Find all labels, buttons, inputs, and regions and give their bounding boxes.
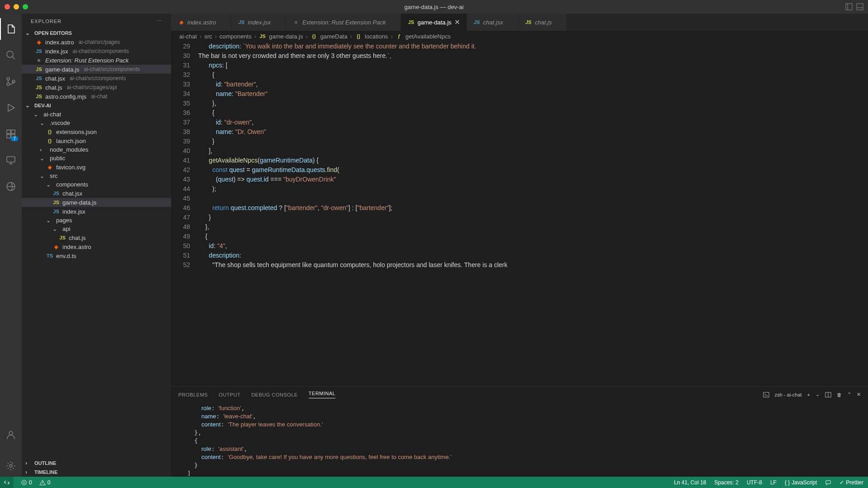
- svg-file-icon: ◈: [46, 163, 53, 171]
- zoom-window-button[interactable]: [23, 4, 28, 10]
- section-label: DEV-AI: [34, 103, 51, 108]
- prettier-status[interactable]: ✓ Prettier: [839, 479, 863, 486]
- breadcrumb-icon: JS: [259, 33, 266, 40]
- split-terminal-icon[interactable]: [825, 392, 831, 398]
- folder-name: node_modules: [50, 146, 88, 153]
- remote-explorer-icon[interactable]: [0, 149, 22, 171]
- indentation[interactable]: Spaces: 2: [715, 479, 739, 486]
- breadcrumb-segment[interactable]: src: [204, 33, 212, 40]
- file-name: game-data.js: [62, 199, 96, 206]
- close-tab-icon[interactable]: ✕: [454, 18, 460, 26]
- breadcrumb[interactable]: ai-chat›src›components›JSgame-data.js›{}…: [171, 31, 868, 42]
- breadcrumb-separator: ›: [215, 33, 217, 40]
- open-editor-item[interactable]: JSindex.jsxai-chat/src/components: [22, 47, 171, 56]
- section-label: OPEN EDITORS: [34, 30, 72, 36]
- file-item[interactable]: JSindex.jsx: [22, 207, 171, 216]
- svg-rect-12: [7, 134, 10, 138]
- file-item[interactable]: JSchat.jsx: [22, 189, 171, 198]
- folder-item[interactable]: ⌄ai-chat: [22, 110, 171, 119]
- warnings-count[interactable]: 0: [39, 479, 51, 486]
- editor-tab[interactable]: JSindex.jsx✕: [232, 14, 286, 31]
- minimize-window-button[interactable]: [14, 4, 19, 10]
- maximize-panel-icon[interactable]: ⌃: [847, 392, 851, 397]
- file-item[interactable]: {}launch.json: [22, 136, 171, 145]
- code-content[interactable]: description: `You walk into the bar and …: [198, 42, 868, 386]
- language-mode[interactable]: { } JavaScript: [785, 479, 817, 486]
- file-name: favicon.svg: [56, 164, 86, 171]
- editor-tab[interactable]: ≡Extension: Rust Extension Pack✕: [286, 14, 401, 31]
- terminal-shell-label[interactable]: zsh - ai-chat: [775, 392, 802, 397]
- file-item[interactable]: {}extensions.json: [22, 127, 171, 136]
- close-panel-icon[interactable]: ✕: [857, 392, 861, 397]
- edge-icon[interactable]: [0, 176, 22, 197]
- editor-tab[interactable]: ◈index.astro✕: [171, 14, 232, 31]
- panel-layout-icon[interactable]: [845, 3, 853, 10]
- terminal-dropdown-icon[interactable]: ⌄: [816, 392, 820, 397]
- breadcrumb-segment[interactable]: gameData: [320, 33, 348, 40]
- file-name: index.astro: [62, 244, 91, 250]
- editor-tab[interactable]: JSgame-data.js✕: [401, 14, 467, 31]
- breadcrumb-segment[interactable]: getAvailableNpcs: [405, 33, 451, 40]
- folder-item[interactable]: ⌄pages: [22, 216, 171, 225]
- folder-item[interactable]: ⌄components: [22, 180, 171, 189]
- panel-tab-problems[interactable]: PROBLEMS: [178, 392, 208, 397]
- file-item[interactable]: ◈favicon.svg: [22, 163, 171, 172]
- search-icon[interactable]: [0, 44, 22, 66]
- panel-tab-terminal[interactable]: TERMINAL: [309, 391, 336, 398]
- chevron-down-icon: ⌄: [52, 226, 60, 232]
- explorer-icon[interactable]: [0, 18, 22, 40]
- eol[interactable]: LF: [770, 479, 777, 486]
- breadcrumb-segment[interactable]: game-data.js: [269, 33, 303, 40]
- open-editor-item[interactable]: JSchat.jsxai-chat/src/components: [22, 74, 171, 83]
- open-editor-item[interactable]: JSchat.jsai-chat/src/pages/api: [22, 83, 171, 92]
- folder-item[interactable]: ⌄src: [22, 172, 171, 180]
- file-name: index.jsx: [62, 208, 86, 215]
- breadcrumb-segment[interactable]: locations: [365, 33, 388, 40]
- source-control-icon[interactable]: [0, 71, 22, 92]
- more-icon[interactable]: ⋯: [157, 18, 162, 24]
- folder-item[interactable]: ⌄.vscode: [22, 119, 171, 127]
- file-name: astro.config.mjs: [45, 93, 86, 100]
- run-debug-icon[interactable]: [0, 97, 22, 119]
- project-section[interactable]: ⌄ DEV-AI: [22, 101, 171, 110]
- feedback-icon[interactable]: [825, 479, 831, 486]
- terminal-output[interactable]: role: 'function', name: 'leave-chat', co…: [171, 402, 868, 477]
- settings-gear-icon[interactable]: [0, 455, 22, 477]
- account-icon[interactable]: [0, 424, 22, 446]
- timeline-section[interactable]: › TIMELINE: [22, 468, 171, 477]
- folder-item[interactable]: ⌄public: [22, 154, 171, 163]
- folder-item[interactable]: ⌄api: [22, 225, 171, 233]
- file-item[interactable]: TSenv.d.ts: [22, 251, 171, 260]
- panel-tab-debug-console[interactable]: DEBUG CONSOLE: [251, 392, 297, 397]
- extensions-icon[interactable]: 7: [0, 123, 22, 145]
- panel-tab-output[interactable]: OUTPUT: [219, 392, 240, 397]
- svg-point-4: [7, 51, 13, 57]
- editor-tab[interactable]: JSchat.jsx✕: [467, 14, 519, 31]
- close-window-button[interactable]: [5, 4, 10, 10]
- code-editor[interactable]: 2930313233343536373839404142434445464748…: [171, 42, 868, 386]
- open-editor-item[interactable]: JSastro.config.mjsai-chat: [22, 92, 171, 101]
- file-item[interactable]: JSgame-data.js: [22, 198, 171, 207]
- breadcrumb-segment[interactable]: ai-chat: [179, 33, 197, 40]
- chevron-down-icon: ⌄: [25, 102, 33, 109]
- file-item[interactable]: JSchat.js: [22, 233, 171, 242]
- encoding[interactable]: UTF-8: [747, 479, 762, 486]
- outline-section[interactable]: › OUTLINE: [22, 459, 171, 468]
- editor-tab[interactable]: JSchat.js✕: [519, 14, 568, 31]
- file-name: game-data.js: [45, 66, 79, 73]
- open-editors-section[interactable]: ⌄ OPEN EDITORS: [22, 29, 171, 38]
- section-label: OUTLINE: [34, 460, 56, 466]
- new-terminal-icon[interactable]: +: [807, 392, 810, 397]
- open-editor-item[interactable]: ✕JSgame-data.jsai-chat/src/components: [22, 65, 171, 74]
- errors-count[interactable]: 0: [21, 479, 32, 486]
- remote-indicator[interactable]: [0, 477, 14, 488]
- open-editor-item[interactable]: ◈index.astroai-chat/src/pages: [22, 38, 171, 47]
- cursor-position[interactable]: Ln 41, Col 18: [674, 479, 706, 486]
- panel-layout-icon[interactable]: [856, 3, 863, 10]
- file-item[interactable]: ◈index.astro: [22, 242, 171, 251]
- open-editor-item[interactable]: ≡Extension: Rust Extension Pack: [22, 56, 171, 65]
- breadcrumb-segment[interactable]: components: [219, 33, 252, 40]
- svg-rect-11: [11, 130, 15, 134]
- kill-terminal-icon[interactable]: 🗑: [837, 392, 842, 397]
- folder-item[interactable]: ›node_modules: [22, 145, 171, 154]
